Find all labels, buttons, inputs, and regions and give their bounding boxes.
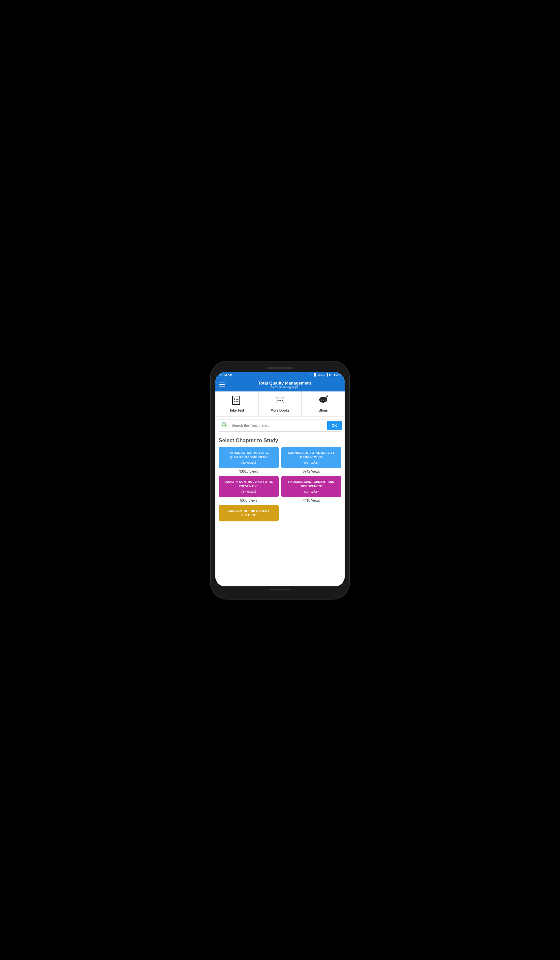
main-content: Take Test APPS More Books (215, 392, 345, 586)
take-test-label: Take Test (230, 409, 245, 412)
app-header: Total Quality Management by Engineering … (215, 378, 345, 392)
menu-line-1 (219, 382, 225, 383)
svg-point-13 (321, 400, 322, 401)
volte-label: VoLTE (318, 373, 325, 376)
chapter-item-3: QUALITY CONTROL AND TOTAL PREVENTIVE (44… (219, 476, 279, 502)
action-buttons-row: Take Test APPS More Books (215, 392, 345, 416)
blogs-label: Blogs (318, 409, 328, 412)
chapter-3-topics: (44 Topics) (221, 490, 276, 493)
chapter-1-views: 33618 Views (239, 470, 258, 473)
battery-fill (330, 374, 330, 376)
menu-button[interactable] (219, 382, 225, 387)
chapter-2-topics: (66 Topics) (284, 461, 339, 464)
blogs-button[interactable]: Blogs (302, 392, 345, 416)
take-test-icon (232, 395, 242, 407)
svg-point-14 (323, 400, 324, 401)
chapter-item-2: METHODS OF TOTAL QUALITY MANAGEMENT (66 … (281, 447, 341, 473)
search-input[interactable] (230, 421, 327, 430)
status-right: ••• ∿ ▐▌ VoLTE ▐ 19% (306, 373, 341, 376)
search-icon (218, 419, 230, 431)
chapter-1-title: INTRODUCTION TO TOTAL QUALITY MANAGEMENT (221, 451, 276, 459)
battery-percent: 19% (335, 373, 341, 376)
more-books-icon: APPS (275, 395, 285, 407)
chapter-item-5: CONCEPT OF THE QUALITY CULTURE (219, 505, 279, 522)
chapter-item-4: PROCESS MANAGEMENT AND IMPROVEMENT (39 T… (281, 476, 341, 502)
signal-dots: ••• (306, 373, 308, 376)
chapters-grid: INTRODUCTION TO TOTAL QUALITY MANAGEMENT… (219, 447, 341, 522)
chapter-5-title: CONCEPT OF THE QUALITY CULTURE (221, 509, 276, 517)
app-sub-title: by Engineering Apps (229, 386, 341, 389)
chapter-card-4[interactable]: PROCESS MANAGEMENT AND IMPROVEMENT (39 T… (281, 476, 341, 497)
chapter-2-title: METHODS OF TOTAL QUALITY MANAGEMENT (284, 451, 339, 459)
chapter-card-2[interactable]: METHODS OF TOTAL QUALITY MANAGEMENT (66 … (281, 447, 341, 468)
search-bar: OK (218, 419, 342, 432)
chapter-4-title: PROCESS MANAGEMENT AND IMPROVEMENT (284, 480, 339, 488)
chapter-section: Select Chapter to Study INTRODUCTION TO … (215, 434, 345, 523)
svg-point-15 (325, 400, 326, 401)
chapter-4-views: 4418 Views (303, 499, 320, 502)
speaker-grill (270, 589, 290, 590)
wifi-icon: ∿ (310, 373, 312, 376)
chapter-card-1[interactable]: INTRODUCTION TO TOTAL QUALITY MANAGEMENT… (219, 447, 279, 468)
more-books-label: More Books (270, 409, 289, 412)
phone-device: 11:34 AM ••• ∿ ▐▌ VoLTE ▐ 19% Total Q (211, 362, 349, 599)
menu-line-3 (219, 386, 225, 387)
svg-text:APPS: APPS (277, 399, 283, 402)
phone-bottom (215, 586, 345, 593)
chapter-card-5[interactable]: CONCEPT OF THE QUALITY CULTURE (219, 505, 279, 522)
svg-line-19 (225, 426, 227, 427)
menu-line-2 (219, 384, 225, 385)
chapter-2-views: 8742 Views (303, 470, 320, 473)
chapter-card-3[interactable]: QUALITY CONTROL AND TOTAL PREVENTIVE (44… (219, 476, 279, 497)
svg-point-17 (326, 395, 328, 397)
phone-screen: 11:34 AM ••• ∿ ▐▌ VoLTE ▐ 19% Total Q (215, 372, 345, 586)
signal-bars: ▐▌ (313, 373, 317, 376)
header-title-block: Total Quality Management by Engineering … (229, 381, 341, 389)
chapter-3-title: QUALITY CONTROL AND TOTAL PREVENTIVE (221, 480, 276, 488)
chapter-3-views: 5085 Views (240, 499, 257, 502)
signal-bars-2: ▐ (326, 373, 328, 376)
battery-icon (329, 374, 334, 376)
chapter-section-title: Select Chapter to Study (219, 438, 341, 443)
blogs-icon (318, 395, 328, 407)
status-time: 11:34 AM (219, 373, 232, 377)
svg-rect-0 (232, 396, 240, 405)
chapter-4-topics: (39 Topics) (284, 490, 339, 493)
chapter-1-topics: (52 Topics) (221, 461, 276, 464)
more-books-button[interactable]: APPS More Books (259, 392, 302, 416)
take-test-button[interactable]: Take Test (215, 392, 259, 416)
app-main-title: Total Quality Management (229, 381, 341, 386)
status-bar: 11:34 AM ••• ∿ ▐▌ VoLTE ▐ 19% (215, 372, 345, 378)
search-ok-button[interactable]: OK (327, 421, 342, 430)
chapter-item-1: INTRODUCTION TO TOTAL QUALITY MANAGEMENT… (219, 447, 279, 473)
